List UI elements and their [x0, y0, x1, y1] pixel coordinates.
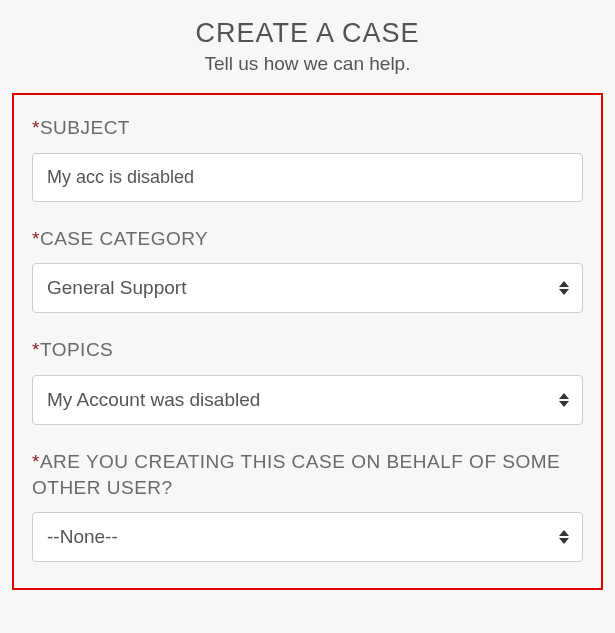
category-select-wrapper: General Support: [32, 263, 583, 313]
category-label-text: CASE CATEGORY: [40, 228, 208, 249]
topics-select-wrapper: My Account was disabled: [32, 375, 583, 425]
onbehalf-select-wrapper: --None--: [32, 512, 583, 562]
topics-label-text: TOPICS: [40, 339, 113, 360]
required-asterisk: *: [32, 228, 40, 249]
subject-input[interactable]: [32, 153, 583, 202]
category-field-group: *CASE CATEGORY General Support: [32, 226, 583, 314]
required-asterisk: *: [32, 339, 40, 360]
category-select[interactable]: General Support: [32, 263, 583, 313]
required-asterisk: *: [32, 117, 40, 138]
topics-label: *TOPICS: [32, 337, 583, 363]
form-header: CREATE A CASE Tell us how we can help.: [0, 0, 615, 87]
page-title: CREATE A CASE: [0, 18, 615, 49]
page-subtitle: Tell us how we can help.: [0, 53, 615, 75]
required-asterisk: *: [32, 451, 40, 472]
create-case-form: *SUBJECT *CASE CATEGORY General Support …: [12, 93, 603, 590]
onbehalf-select[interactable]: --None--: [32, 512, 583, 562]
onbehalf-label: *ARE YOU CREATING THIS CASE ON BEHALF OF…: [32, 449, 583, 500]
onbehalf-label-text: ARE YOU CREATING THIS CASE ON BEHALF OF …: [32, 451, 560, 498]
category-label: *CASE CATEGORY: [32, 226, 583, 252]
subject-label: *SUBJECT: [32, 115, 583, 141]
topics-select[interactable]: My Account was disabled: [32, 375, 583, 425]
topics-field-group: *TOPICS My Account was disabled: [32, 337, 583, 425]
subject-label-text: SUBJECT: [40, 117, 130, 138]
onbehalf-field-group: *ARE YOU CREATING THIS CASE ON BEHALF OF…: [32, 449, 583, 562]
subject-field-group: *SUBJECT: [32, 115, 583, 202]
